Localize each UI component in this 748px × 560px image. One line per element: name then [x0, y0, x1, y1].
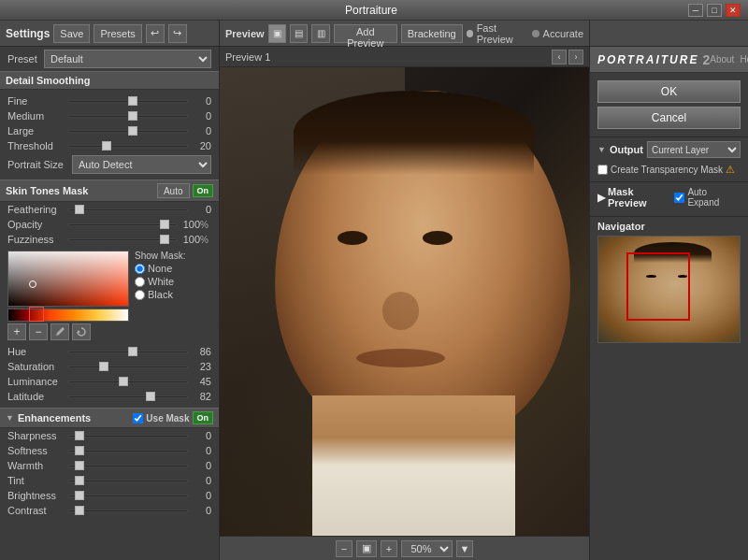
medium-slider[interactable] [68, 110, 188, 122]
sharpness-slider[interactable] [68, 430, 188, 441]
warmth-label: Warmth [7, 460, 68, 471]
contrast-value: 0 [188, 505, 211, 516]
contrast-slider[interactable] [68, 505, 188, 516]
photo-nose [382, 292, 420, 329]
fine-slider[interactable] [68, 95, 188, 107]
mask-white-radio[interactable] [135, 277, 145, 287]
save-button[interactable]: Save [53, 24, 90, 43]
threshold-label: Threshold [7, 140, 68, 151]
eyedropper-remove-tool[interactable]: − [29, 323, 48, 340]
mask-black-option[interactable]: Black [135, 289, 185, 300]
mask-white-option[interactable]: White [135, 276, 185, 287]
warning-icon: ⚠ [726, 164, 735, 176]
zoom-in-button[interactable]: + [381, 540, 397, 557]
fuzziness-row: Fuzziness 100 % [0, 232, 219, 247]
opacity-pct: % [200, 220, 211, 230]
right-panel: PORTRAITURE 2 About Help OK Cancel ▼ Out… [589, 21, 748, 560]
accurate-option[interactable]: Accurate [532, 28, 583, 39]
redo-button[interactable]: ↪ [168, 24, 187, 43]
add-preview-button[interactable]: Add Preview [334, 24, 397, 43]
fuzziness-slider[interactable] [68, 234, 177, 245]
maximize-button[interactable]: □ [707, 4, 722, 17]
auto-expand-label: Auto Expand [687, 187, 741, 208]
show-mask-area: Show Mask: None White Black [135, 251, 185, 340]
enh-collapse-arrow[interactable]: ▼ [6, 413, 14, 423]
side-by-side-button[interactable]: ▥ [311, 24, 329, 43]
transparency-row: Create Transparency Mask ⚠ [597, 162, 741, 178]
hue-value: 86 [188, 346, 211, 357]
softness-value: 0 [188, 445, 211, 456]
bracketing-button[interactable]: Bracketing [401, 24, 463, 43]
preview-tab-bar: Preview 1 ‹ › [220, 47, 589, 67]
output-header: ▼ Output Current Layer [597, 141, 741, 158]
brightness-row: Brightness 0 [0, 488, 219, 503]
auto-expand-checkbox[interactable] [674, 193, 684, 203]
transparency-checkbox[interactable] [597, 165, 608, 175]
settings-label: Settings [6, 27, 50, 40]
zoom-select[interactable]: 50% 25% 75% 100% Fit [401, 540, 453, 557]
next-arrow[interactable]: › [568, 50, 583, 65]
single-view-button[interactable]: ▣ [268, 24, 286, 43]
mask-none-option[interactable]: None [135, 263, 185, 274]
softness-slider[interactable] [68, 445, 188, 456]
opacity-label: Opacity [7, 219, 68, 230]
mask-black-radio[interactable] [135, 290, 145, 300]
sharpness-label: Sharpness [7, 430, 68, 441]
window-title: Portraiture [54, 4, 688, 17]
zoom-fit-button[interactable]: ▣ [356, 540, 377, 557]
threshold-slider[interactable] [68, 140, 188, 151]
brightness-slider[interactable] [68, 490, 188, 501]
sharpness-value: 0 [188, 430, 211, 441]
undo-button[interactable]: ↩ [146, 24, 165, 43]
navigator-thumbnail[interactable] [597, 236, 741, 343]
warmth-slider[interactable] [68, 460, 188, 471]
svg-marker-0 [78, 330, 80, 334]
mask-preview-header: ▶ Mask Preview Auto Expand [597, 186, 741, 208]
hue-slider[interactable] [68, 346, 188, 357]
reset-tool[interactable] [72, 323, 91, 340]
output-collapse-arrow[interactable]: ▼ [597, 145, 606, 154]
preset-row: Preset Default [0, 47, 219, 71]
close-button[interactable]: ✕ [726, 4, 741, 17]
navigator-selection-box [626, 252, 690, 321]
mask-none-radio[interactable] [135, 264, 145, 274]
preview-tab-1[interactable]: Preview 1 [225, 51, 270, 63]
opacity-slider[interactable] [68, 219, 177, 230]
luminance-label: Luminance [7, 376, 68, 387]
prev-arrow[interactable]: ‹ [552, 50, 567, 65]
portrait-size-select[interactable]: Auto Detect [72, 155, 211, 174]
use-mask-checkbox[interactable] [133, 413, 143, 424]
medium-value: 0 [188, 110, 211, 122]
mask-collapse-arrow[interactable]: ▶ [597, 192, 605, 204]
minimize-button[interactable]: ─ [688, 4, 703, 17]
zoom-dropdown-button[interactable]: ▼ [456, 540, 473, 557]
eyedropper-add-tool[interactable]: + [7, 323, 26, 340]
preset-select[interactable]: Default [44, 50, 211, 68]
split-view-button[interactable]: ▤ [290, 24, 308, 43]
zoom-bar: − ▣ + 50% 25% 75% 100% Fit ▼ [220, 536, 589, 560]
about-link[interactable]: About [710, 54, 734, 65]
color-gradient[interactable] [7, 251, 129, 307]
tint-slider[interactable] [68, 475, 188, 486]
zoom-out-button[interactable]: − [336, 540, 352, 557]
feathering-slider[interactable] [68, 204, 188, 215]
portrait-size-row: Portrait Size Auto Detect [0, 153, 219, 176]
eyedropper-tool[interactable] [50, 323, 69, 340]
auto-button[interactable]: Auto [157, 183, 190, 198]
cancel-button[interactable]: Cancel [597, 107, 741, 129]
large-slider[interactable] [68, 125, 188, 136]
fast-preview-option[interactable]: Fast Preview [467, 22, 528, 45]
color-hue-bar[interactable] [7, 309, 129, 322]
saturation-slider[interactable] [68, 361, 188, 372]
help-link[interactable]: Help [740, 54, 748, 65]
output-select[interactable]: Current Layer [647, 141, 741, 158]
photo-hair [294, 91, 534, 175]
ok-button[interactable]: OK [597, 80, 741, 103]
saturation-label: Saturation [7, 361, 68, 372]
branding-bar: PORTRAITURE 2 About Help [590, 47, 748, 73]
detail-smoothing-title: Detail Smoothing [6, 75, 90, 86]
color-picker-area: + − Show Mask: None [0, 247, 219, 344]
luminance-slider[interactable] [68, 376, 188, 387]
latitude-slider[interactable] [68, 391, 188, 402]
presets-button[interactable]: Presets [94, 24, 141, 43]
